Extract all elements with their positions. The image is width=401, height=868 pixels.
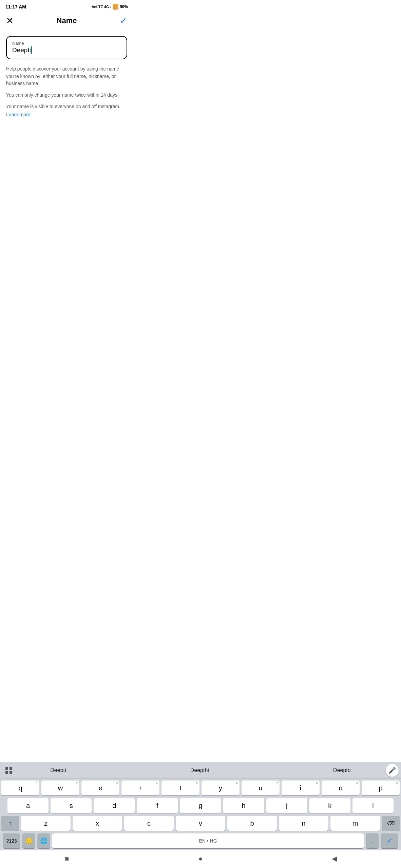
content-area: Name Deepti Help people discover your ac… xyxy=(0,29,133,123)
text-cursor xyxy=(31,46,32,54)
wifi-icon: 📶 xyxy=(113,4,118,9)
network-icon: VoLTE 4G+ xyxy=(92,5,111,9)
status-time: 11:17 AM xyxy=(5,4,26,9)
help-text-line3: Your name is visible to everyone on and … xyxy=(6,103,127,111)
status-bar: 11:17 AM VoLTE 4G+ 📶 90% xyxy=(0,0,133,12)
confirm-button[interactable]: ✓ xyxy=(120,16,127,25)
name-field-label: Name xyxy=(12,41,121,46)
name-input-box[interactable]: Name Deepti xyxy=(6,36,127,59)
page-title: Name xyxy=(57,16,77,25)
help-text-line2: You can only change your name twice with… xyxy=(6,92,127,99)
battery-icon: 90% xyxy=(120,4,128,9)
learn-more-link[interactable]: Learn more xyxy=(6,112,31,117)
help-text-line1: Help people discover your account by usi… xyxy=(6,65,127,87)
top-nav: ✕ Name ✓ xyxy=(0,12,133,29)
name-field-value: Deepti xyxy=(12,46,121,54)
close-button[interactable]: ✕ xyxy=(6,16,14,25)
status-icons: VoLTE 4G+ 📶 90% xyxy=(92,4,128,9)
